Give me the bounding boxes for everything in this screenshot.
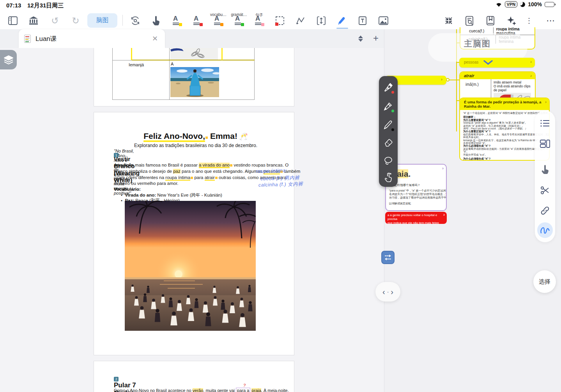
kebab-menu-icon[interactable]: ⋮ <box>522 14 536 27</box>
selection-frame-icon[interactable] <box>273 14 287 27</box>
table-highlight-mark-1 <box>131 48 132 60</box>
undo-icon[interactable]: ↺ <box>48 14 62 27</box>
node-expand-arrow[interactable]: › <box>443 212 445 217</box>
tab-title: Luan课 <box>35 34 150 43</box>
vocab-term: Virada do ano: <box>125 193 156 197</box>
pessoas-label: pessoas <box>464 60 478 64</box>
expand-chevron-icon[interactable] <box>483 60 493 66</box>
vertical-expand-icon[interactable] <box>315 14 328 27</box>
document-search-icon[interactable] <box>463 14 476 27</box>
swap-panels-button[interactable] <box>381 251 395 264</box>
scissors-icon[interactable] <box>535 181 555 199</box>
hl-verao[interactable]: verão <box>193 388 204 392</box>
champagne-emoji: 🥂 <box>239 133 248 140</box>
node-expand-arrow[interactable]: › <box>442 166 444 170</box>
highlighter-sentence-icon[interactable]: 句子 A <box>253 14 266 27</box>
textbox-icon[interactable] <box>356 14 369 27</box>
collapse-view-icon[interactable] <box>442 14 455 27</box>
question-annotation: ? <box>243 383 246 388</box>
auto-sync-icon[interactable] <box>129 14 142 27</box>
hand-pointer-icon[interactable] <box>149 14 163 27</box>
node-expand-arrow[interactable]: › <box>530 73 532 78</box>
article-subtitle: Explorando as tradições brasileiras no d… <box>114 143 278 148</box>
bookmark-icon[interactable] <box>484 14 497 27</box>
gesture-tool[interactable] <box>379 169 398 187</box>
library-icon[interactable] <box>27 14 40 27</box>
tab-bar: Luan课 ✕ + <box>0 29 384 48</box>
battery-icon <box>545 2 554 7</box>
mindmap-watermark: 主脑图 <box>464 38 491 49</box>
annotated-para-a[interactable]: ?para a <box>236 388 250 392</box>
link-icon[interactable] <box>535 202 555 220</box>
pencil-tool[interactable] <box>379 116 398 134</box>
nav-back-icon[interactable]: ‹ <box>382 287 385 296</box>
atrair-def2: O imã está atraindo clips de papel <box>494 84 533 92</box>
p1-text: A tradição mais famosa no Brasil é passa… <box>114 163 199 167</box>
document-thumbnail-icon <box>24 35 31 43</box>
article-title: Feliz Ano-Novo, Emma! 🥂 <box>114 131 278 141</box>
fountain-pen-tool[interactable] <box>379 78 398 96</box>
lasso-tool[interactable] <box>379 152 398 170</box>
highlighter-yellow-icon[interactable]: A <box>170 14 184 27</box>
sidebar-toggle-icon[interactable] <box>6 14 19 27</box>
branch-stub-left <box>449 80 456 80</box>
table-cell-iemanja: Iemanjá <box>129 62 144 67</box>
do-not-disturb-moon-icon <box>520 2 525 7</box>
pen-color-dot-green <box>391 110 394 112</box>
hand-select-icon[interactable] <box>535 160 555 178</box>
iemanja-statue-photo <box>170 67 219 97</box>
mindmap-toggle-button[interactable]: 脑图 <box>87 13 117 28</box>
beach-new-year-photo <box>125 201 256 331</box>
highlighter-tool[interactable] <box>379 97 398 115</box>
highlighter-grammar-icon[interactable]: gramát… A <box>232 14 246 27</box>
nav-dot: · <box>387 289 389 295</box>
section-2-badge: 2 <box>114 377 119 381</box>
node-expand-arrow[interactable]: › <box>530 59 532 64</box>
node-expand-arrow[interactable]: › <box>441 77 442 82</box>
layers-drawer-button[interactable] <box>0 50 17 69</box>
redo-icon[interactable]: ↻ <box>69 14 82 27</box>
image-insert-icon[interactable] <box>377 14 390 27</box>
title-rest: Emma! <box>208 131 237 140</box>
ai-sparkle-icon[interactable] <box>505 14 518 27</box>
hl-paz[interactable]: paz <box>173 169 181 174</box>
node-expand-arrow[interactable]: › <box>545 99 547 104</box>
card-layout-icon[interactable] <box>535 135 555 153</box>
mm-card-red[interactable]: › a a gente precisou voltar o hospital e… <box>385 212 447 224</box>
page-nav-pill[interactable]: ‹ · › <box>375 282 400 302</box>
outline-list-icon[interactable] <box>535 114 555 132</box>
hl-virada-do-ano[interactable]: a virada do ano <box>199 163 230 168</box>
nav-forward-icon[interactable]: › <box>391 287 393 296</box>
pen-color-dot-black <box>391 128 394 131</box>
praia-body-line: “para a praia” 中，“a” 是一个必不可少的定冠词，它的作用是将 <box>389 189 447 192</box>
mm-node-pessoas[interactable]: pessoas › <box>459 58 535 67</box>
wifi-icon <box>496 2 502 7</box>
atrair-def1: Imãs atraem metal <box>494 80 533 84</box>
collapse-node-dot[interactable] <box>446 78 450 82</box>
highlighter-red-icon[interactable]: A <box>191 14 204 27</box>
hl-praia[interactable]: praia <box>251 388 261 392</box>
more-menu-icon[interactable]: ⋯ <box>544 14 557 27</box>
mindmap-side-toolbar <box>535 110 555 242</box>
tab-luan[interactable]: Luan课 ✕ <box>19 29 165 48</box>
pencil-tool-icon[interactable] <box>335 14 349 27</box>
highlighter-vocab-icon[interactable]: vocabu… A <box>212 14 225 27</box>
handwriting-line-3: calcinha (f.) 女内裤 <box>258 181 303 189</box>
hl-roupa-intima[interactable]: roupa íntima <box>165 175 190 181</box>
vocab-label: Vocabulário: <box>114 187 141 192</box>
atrair-title: atrair <box>464 73 474 78</box>
toolbar-divider <box>122 15 123 26</box>
paperclips-photo <box>170 48 218 60</box>
tab-add-icon[interactable]: + <box>373 33 379 44</box>
hl-atrair[interactable]: atrair <box>205 175 215 181</box>
tab-close-icon[interactable]: ✕ <box>150 33 159 44</box>
scribble-tool-icon[interactable] <box>535 221 555 239</box>
battery-percent: 100% <box>528 1 542 7</box>
tab-sort-icon[interactable] <box>356 34 365 43</box>
eraser-tool[interactable] <box>379 134 398 152</box>
polyline-pen-icon[interactable] <box>294 14 307 27</box>
table-highlight-mark-2 <box>221 48 223 60</box>
select-mode-button[interactable]: 选择 <box>533 270 556 293</box>
handwriting-line-1: roupa íntima: <box>256 168 287 174</box>
date: 12月31日周三 <box>27 2 64 9</box>
